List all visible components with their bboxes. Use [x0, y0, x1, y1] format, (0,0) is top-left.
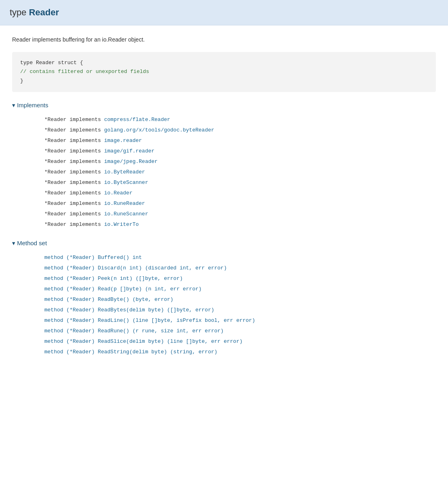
- header-section: type Reader: [0, 0, 448, 25]
- method-item[interactable]: method (*Reader) ReadSlice(delim byte) (…: [44, 336, 436, 347]
- code-block: type Reader struct { // contains filtere…: [12, 52, 436, 92]
- page-container: type Reader Reader implements buffering …: [0, 0, 448, 377]
- implements-toggle[interactable]: ▾ Implements: [12, 102, 436, 109]
- method-item[interactable]: method (*Reader) ReadLine() (line []byte…: [44, 315, 436, 326]
- method-item[interactable]: method (*Reader) ReadByte() (byte, error…: [44, 294, 436, 305]
- impl-link[interactable]: io.Reader: [104, 190, 132, 196]
- implements-item: *Reader implements image.reader: [44, 136, 436, 146]
- implements-item: *Reader implements io.Reader: [44, 188, 436, 198]
- impl-prefix: *Reader implements: [44, 138, 104, 144]
- code-line2: // contains filtered or unexported field…: [20, 69, 149, 75]
- implements-item: *Reader implements golang.org/x/tools/go…: [44, 125, 436, 136]
- implements-toggle-label: ▾ Implements: [12, 102, 48, 109]
- code-line1: type Reader struct {: [20, 60, 83, 66]
- impl-prefix: *Reader implements: [44, 221, 104, 227]
- impl-prefix: *Reader implements: [44, 190, 104, 196]
- implements-list: *Reader implements compress/flate.Reader…: [44, 115, 436, 230]
- method-set-section: ▾ Method set method (*Reader) Buffered()…: [12, 240, 436, 357]
- implements-item: *Reader implements io.RuneReader: [44, 198, 436, 209]
- method-item[interactable]: method (*Reader) Peek(n int) ([]byte, er…: [44, 273, 436, 284]
- method-list: method (*Reader) Buffered() intmethod (*…: [44, 252, 436, 357]
- impl-prefix: *Reader implements: [44, 159, 104, 165]
- page-title: type Reader: [10, 7, 438, 18]
- implements-section: ▾ Implements *Reader implements compress…: [12, 102, 436, 230]
- impl-prefix: *Reader implements: [44, 169, 104, 175]
- impl-link[interactable]: io.RuneScanner: [104, 211, 148, 217]
- impl-link[interactable]: io.WriterTo: [104, 221, 139, 227]
- method-set-toggle[interactable]: ▾ Method set: [12, 240, 436, 247]
- method-set-toggle-label: ▾ Method set: [12, 240, 47, 247]
- impl-link[interactable]: image.reader: [104, 138, 142, 144]
- impl-prefix: *Reader implements: [44, 127, 104, 133]
- method-item[interactable]: method (*Reader) Read(p []byte) (n int, …: [44, 284, 436, 294]
- impl-prefix: *Reader implements: [44, 148, 104, 154]
- method-item[interactable]: method (*Reader) ReadString(delim byte) …: [44, 347, 436, 357]
- implements-item: *Reader implements io.WriterTo: [44, 219, 436, 230]
- impl-link[interactable]: io.ByteScanner: [104, 179, 148, 186]
- impl-prefix: *Reader implements: [44, 211, 104, 217]
- method-item[interactable]: method (*Reader) Buffered() int: [44, 252, 436, 263]
- impl-link[interactable]: image/jpeg.Reader: [104, 159, 158, 165]
- method-item[interactable]: method (*Reader) ReadRune() (r rune, siz…: [44, 326, 436, 336]
- impl-link[interactable]: io.RuneReader: [104, 200, 145, 207]
- description-text: Reader implements buffering for an io.Re…: [12, 35, 436, 44]
- implements-item: *Reader implements compress/flate.Reader: [44, 115, 436, 125]
- impl-prefix: *Reader implements: [44, 200, 104, 207]
- implements-item: *Reader implements image/gif.reader: [44, 146, 436, 156]
- content-section: Reader implements buffering for an io.Re…: [0, 25, 448, 377]
- implements-item: *Reader implements io.ByteReader: [44, 167, 436, 177]
- implements-item: *Reader implements image/jpeg.Reader: [44, 156, 436, 167]
- method-item[interactable]: method (*Reader) Discard(n int) (discard…: [44, 263, 436, 273]
- impl-link[interactable]: image/gif.reader: [104, 148, 154, 154]
- impl-link[interactable]: golang.org/x/tools/godoc.byteReader: [104, 127, 214, 133]
- code-line3: }: [20, 78, 23, 84]
- implements-item: *Reader implements io.ByteScanner: [44, 177, 436, 188]
- impl-prefix: *Reader implements: [44, 117, 104, 123]
- title-type-name: Reader: [29, 7, 59, 17]
- impl-link[interactable]: io.ByteReader: [104, 169, 145, 175]
- implements-item: *Reader implements io.RuneScanner: [44, 209, 436, 219]
- impl-prefix: *Reader implements: [44, 179, 104, 186]
- impl-link[interactable]: compress/flate.Reader: [104, 117, 170, 123]
- method-item[interactable]: method (*Reader) ReadBytes(delim byte) (…: [44, 305, 436, 315]
- title-prefix: type: [10, 7, 29, 17]
